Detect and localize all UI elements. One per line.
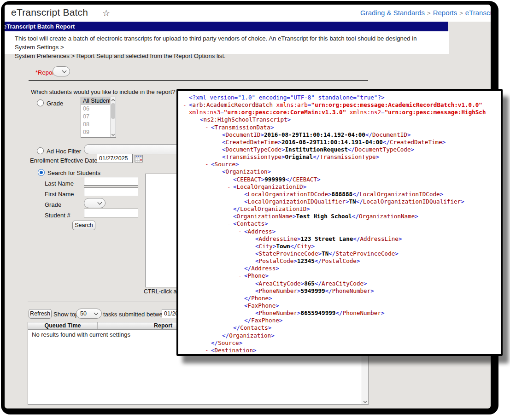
page-title: eTranscript Batch	[11, 7, 88, 18]
tool-description-line2: System Preferences > Report Setup and se…	[5, 52, 449, 60]
student-number-label: Student #	[45, 212, 70, 219]
grade-option-07[interactable]: 07	[81, 113, 110, 121]
grade-option-all-students[interactable]: All Students	[81, 97, 110, 105]
show-top-value: 50	[80, 310, 94, 317]
chevron-down-icon	[62, 69, 67, 73]
section-divider	[29, 80, 368, 81]
first-name-label: First Name	[45, 191, 74, 198]
column-report[interactable]: Report	[154, 322, 172, 329]
chevron-down-icon	[94, 311, 99, 315]
search-grade-label: Grade	[45, 201, 61, 208]
page-header: eTranscript Batch ☆ Grading & Standards>…	[5, 5, 491, 22]
favorite-star-icon[interactable]: ☆	[102, 8, 110, 18]
calendar-icon[interactable]	[135, 154, 143, 163]
scrollbar-thumb[interactable]	[111, 103, 115, 119]
search-for-students-label: Search for Students	[47, 169, 100, 176]
tool-description: This tool will create a batch of electro…	[5, 31, 449, 54]
report-select[interactable]	[53, 66, 70, 76]
ad-hoc-filter-radio[interactable]	[37, 147, 44, 154]
breadcrumb: Grading & Standards>Reports>eTranscript …	[360, 9, 491, 17]
enrollment-effective-date-label: Enrollment Effective Date	[30, 157, 97, 164]
breadcrumb-grading-standards[interactable]: Grading & Standards	[360, 9, 425, 17]
report-title-text: eTranscript Batch Report	[5, 22, 75, 31]
chevron-down-icon	[98, 200, 102, 205]
show-top-select[interactable]: 50	[76, 309, 102, 319]
xml-viewer-panel: <?xml version="1.0" encoding="UTF-8" sta…	[176, 89, 503, 356]
search-button[interactable]: Search	[72, 221, 95, 230]
tasks-between-label: tasks submitted between	[103, 311, 169, 318]
search-for-students-radio[interactable]	[38, 169, 45, 176]
search-grade-select[interactable]	[84, 198, 106, 208]
student-number-input[interactable]	[84, 209, 138, 217]
report-title-bar: eTranscript Batch Report	[5, 22, 448, 31]
breadcrumb-separator: >	[425, 10, 433, 17]
last-name-label: Last Name	[45, 180, 74, 187]
scroll-up-icon[interactable]	[111, 97, 116, 103]
refresh-button[interactable]: Refresh	[29, 309, 52, 319]
tool-description-line1: This tool will create a batch of electro…	[5, 34, 449, 52]
grade-option-06[interactable]: 06	[81, 105, 110, 113]
grade-radio[interactable]	[37, 99, 44, 106]
grade-radio-label: Grade	[47, 100, 63, 107]
first-name-input[interactable]	[84, 187, 138, 196]
last-name-input[interactable]	[84, 177, 138, 186]
xml-lines: <?xml version="1.0" encoding="UTF-8" sta…	[183, 94, 501, 354]
column-queued-time[interactable]: Queued Time	[28, 322, 97, 329]
breadcrumb-etranscript-batch[interactable]: eTranscript Batch	[465, 9, 491, 17]
breadcrumb-separator: >	[457, 10, 465, 17]
scroll-down-icon[interactable]	[111, 132, 116, 137]
show-top-label: Show top	[53, 311, 78, 318]
breadcrumb-reports[interactable]: Reports	[433, 9, 457, 17]
grade-option-09[interactable]: 09	[81, 128, 110, 136]
grade-listbox[interactable]: All Students 06 07 08 09	[81, 97, 116, 138]
enrollment-effective-date-input[interactable]	[97, 154, 133, 163]
ad-hoc-filter-label: Ad Hoc Filter	[47, 148, 81, 155]
student-question-label: Which students would you like to include…	[31, 88, 176, 95]
scroll-down-icon[interactable]	[362, 399, 368, 404]
grade-list-scrollbar[interactable]	[110, 97, 116, 137]
grade-option-08[interactable]: 08	[81, 121, 110, 128]
column-divider	[97, 322, 98, 329]
